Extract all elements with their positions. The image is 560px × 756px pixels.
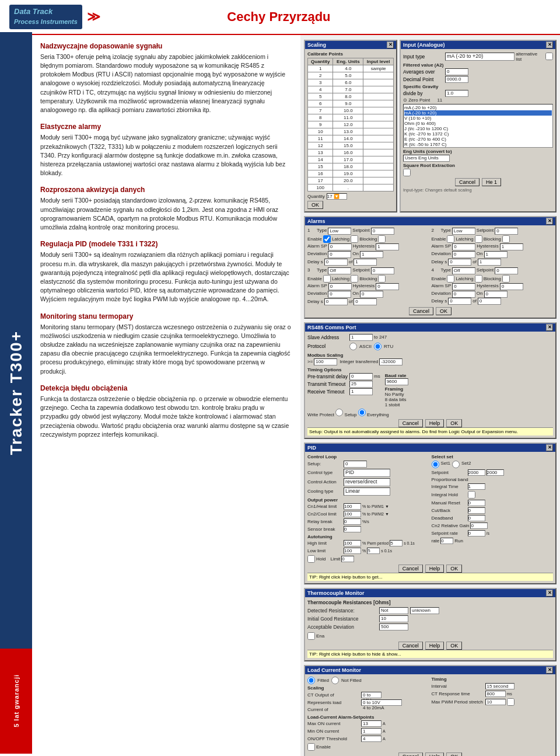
- alarm1-blocking-check[interactable]: [378, 235, 386, 243]
- scaling-ok-btn[interactable]: OK: [307, 201, 323, 209]
- lc-interval-val[interactable]: 15 second: [485, 683, 514, 689]
- alarm1-on-val[interactable]: 1: [360, 251, 383, 258]
- rs485-close[interactable]: ✕: [546, 324, 553, 331]
- pid-close[interactable]: ✕: [546, 444, 553, 451]
- pid-deadband-val[interactable]: 0: [468, 515, 485, 521]
- integer-val[interactable]: -32000: [379, 358, 402, 365]
- alarm3-of-val[interactable]: 0: [354, 298, 377, 305]
- lc-max-pwm-val[interactable]: 10: [485, 699, 506, 705]
- alarm1-of-val[interactable]: 1: [354, 259, 377, 266]
- lc-cancel-btn[interactable]: Cancel: [398, 752, 423, 756]
- alarm3-on-val[interactable]: 0: [360, 291, 383, 298]
- baud-val[interactable]: 9600: [385, 378, 408, 385]
- tc-initial-val[interactable]: 10: [379, 615, 408, 622]
- alarm2-on-val[interactable]: 1: [484, 251, 508, 258]
- list-s1[interactable]: S (t/c -50 to 1767 C): [404, 147, 552, 148]
- lc-min-on-val[interactable]: 1: [361, 728, 382, 734]
- alarm2-of-val[interactable]: 1: [478, 259, 501, 266]
- pid-limit-val[interactable]: 0: [341, 556, 354, 562]
- alarm2-blocking-check[interactable]: [502, 235, 510, 243]
- list-ma2[interactable]: mA (-20 to +20): [404, 110, 552, 116]
- pid-rate-val2[interactable]: 0: [440, 538, 453, 544]
- lc-max-pwm-check[interactable]: [507, 698, 514, 706]
- lc-onoff-val[interactable]: 4: [361, 736, 382, 742]
- lc-ct-output-val[interactable]: 0 to 10V: [361, 692, 382, 698]
- pid-ht-heat-val[interactable]: 100: [344, 503, 361, 510]
- pid-help-btn[interactable]: Help: [425, 565, 444, 573]
- pretransmit-val[interactable]: 0: [349, 373, 373, 380]
- pid-setpoint-rate-val[interactable]: 0: [468, 530, 485, 536]
- alarm3-hyst-val[interactable]: 0: [376, 283, 399, 290]
- alarm4-latching-check[interactable]: [475, 275, 482, 283]
- alarm3-dev-val[interactable]: 0: [328, 291, 351, 298]
- sqrt-check[interactable]: [403, 169, 411, 176]
- pid-low-limit-val[interactable]: 100: [344, 548, 361, 554]
- alarms-ok-btn[interactable]: OK: [436, 307, 452, 315]
- pid-integral-hold-check[interactable]: [468, 491, 475, 499]
- input-he1-btn[interactable]: He 1: [482, 178, 501, 186]
- pid-integral-val[interactable]: 1: [468, 483, 485, 490]
- pid-cancel-btn[interactable]: Cancel: [398, 565, 423, 573]
- alarm4-on-val[interactable]: 0: [484, 291, 508, 298]
- alarm2-alarmsp-val[interactable]: 0: [452, 243, 475, 250]
- rs485-help-btn[interactable]: Help: [425, 419, 444, 427]
- decimal-val[interactable]: 0000.0: [445, 76, 468, 83]
- pid-ok-btn[interactable]: OK: [446, 565, 462, 573]
- list-r1[interactable]: R (t/c -50 to 1767 C): [404, 142, 552, 147]
- tc-cancel-btn[interactable]: Cancel: [398, 642, 423, 650]
- pid-hold-check[interactable]: [307, 555, 315, 563]
- tc-ok-btn[interactable]: OK: [446, 642, 462, 650]
- receive-timeout-val[interactable]: 1: [349, 388, 373, 395]
- alarm2-latching-check[interactable]: [475, 235, 482, 243]
- alarm1-alarmsp-val[interactable]: 0: [328, 243, 352, 250]
- alarm4-type-val[interactable]: Off: [452, 267, 475, 274]
- alarm4-dev-val[interactable]: 0: [452, 291, 475, 298]
- lc-ok-btn[interactable]: OK: [446, 752, 462, 756]
- set1-radio[interactable]: [432, 461, 439, 468]
- alarm3-sp-val[interactable]: 0: [371, 267, 394, 274]
- pid-cooling-combo[interactable]: Linear: [344, 487, 390, 496]
- tc-help-btn[interactable]: Help: [425, 642, 444, 650]
- alarm3-blocking-check[interactable]: [378, 275, 386, 283]
- alarm3-type-val[interactable]: Off: [328, 267, 351, 274]
- alarm1-delay-val[interactable]: 0: [324, 259, 348, 266]
- rtu-radio[interactable]: [374, 343, 382, 350]
- pid-setpoint-val2[interactable]: 2000: [487, 469, 504, 476]
- alarm4-of-val[interactable]: 0: [478, 298, 501, 305]
- tc-enable-check[interactable]: [307, 632, 315, 640]
- pid-pwm-period2[interactable]: 5: [367, 548, 380, 554]
- rs485-cancel-btn[interactable]: Cancel: [398, 419, 423, 427]
- alarm4-enable-check[interactable]: [447, 275, 454, 283]
- lc-represents-val[interactable]: 0 to 10V4 to 20mA: [361, 699, 402, 706]
- pid-cn2-gain-val[interactable]: 0: [470, 522, 488, 529]
- alarm3-delay-val[interactable]: 0: [324, 298, 348, 305]
- load-current-close[interactable]: ✕: [546, 667, 553, 674]
- tc-detected-val[interactable]: Not: [379, 607, 408, 614]
- setup-radio[interactable]: [335, 409, 343, 416]
- transmit-timeout-val[interactable]: 25: [349, 381, 373, 388]
- averages-val[interactable]: 0: [445, 68, 468, 75]
- lc-help-btn[interactable]: Help: [425, 752, 444, 756]
- set2-radio[interactable]: [452, 461, 460, 468]
- alarm4-delay-val[interactable]: 0: [448, 298, 471, 305]
- pid-setpoint-val[interactable]: 2000: [468, 469, 485, 476]
- ascii-radio[interactable]: [349, 343, 357, 350]
- list-v1[interactable]: V (10 to +10): [404, 116, 552, 121]
- list-ohm[interactable]: Ohm (0 to 400): [404, 121, 552, 126]
- alarm4-alarmsp-val[interactable]: 0: [452, 283, 475, 290]
- alarm2-sp-val[interactable]: 0: [495, 228, 518, 235]
- input-type-combo[interactable]: mA (-20 to +20): [445, 53, 514, 61]
- alarm4-blocking-check[interactable]: [502, 275, 510, 283]
- alarm2-enable-check[interactable]: [447, 235, 454, 243]
- alarm1-hyst-val[interactable]: 1: [376, 243, 399, 250]
- pid-sensor-val[interactable]: 0: [344, 526, 361, 532]
- input-cancel-btn[interactable]: Cancel: [455, 178, 480, 186]
- input-close[interactable]: ✕: [546, 41, 553, 48]
- pid-manual-reset-val[interactable]: 0: [468, 500, 485, 506]
- input-type-list[interactable]: mA (-20 to +20) mA (-20 to +20) V (10 to…: [403, 104, 553, 148]
- list-e1[interactable]: E (t/c -270 to 400 C): [404, 137, 552, 142]
- alarm1-sp-val[interactable]: 0: [371, 228, 394, 235]
- rs485-ok-btn[interactable]: OK: [446, 419, 462, 427]
- alternative-check[interactable]: [545, 53, 553, 60]
- alarm4-sp-val[interactable]: 0: [495, 267, 518, 274]
